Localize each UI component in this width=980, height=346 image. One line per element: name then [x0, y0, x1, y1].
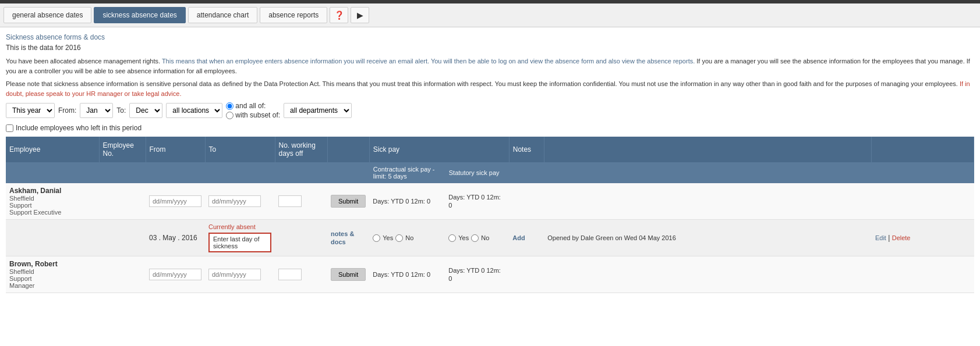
notes-docs-link[interactable]: notes & docs — [331, 230, 354, 245]
statutory-cell: Days: YTD 0 12m: 0 — [445, 183, 509, 220]
period-select[interactable]: This year Last year Custom — [6, 103, 55, 118]
actions-cell — [872, 256, 974, 293]
days-cell — [275, 183, 327, 220]
table-row: Brown, Robert Sheffield Support Manager … — [6, 256, 974, 293]
submit-cell: Submit — [327, 183, 369, 220]
statutory-text: Days: YTD 0 12m: 0 — [448, 194, 501, 209]
submit-cell: Submit — [327, 256, 369, 293]
opened-text: Opened by Dale Green on Wed 04 May 2016 — [547, 234, 676, 241]
contractual-no-radio[interactable] — [395, 234, 403, 242]
edit-link[interactable]: Edit — [875, 234, 886, 241]
to-date-input[interactable] — [208, 269, 261, 280]
th-sub-employee — [6, 162, 99, 183]
actions-cell — [872, 183, 974, 220]
th-sub-extra — [544, 162, 872, 183]
absence-table: Employee Employee No. From To No. workin… — [6, 137, 974, 293]
to-date-cell — [205, 256, 275, 293]
statutory-no-radio[interactable] — [471, 234, 479, 242]
employee-location: Sheffield — [9, 268, 95, 275]
subset-radio-group: and all of: with subset of: — [226, 102, 280, 119]
statutory-no-label: No — [481, 234, 489, 241]
employee-info: Askham, Danial Sheffield Support Support… — [6, 183, 99, 220]
employee-dept: Support — [9, 275, 95, 282]
days-input[interactable] — [278, 269, 302, 280]
extra-cell — [544, 256, 872, 293]
absent-from-cell: 03 . May . 2016 — [146, 220, 205, 256]
para1-blue1: This means that when an employee enters … — [162, 58, 429, 65]
notes-cell — [509, 256, 544, 293]
filter-bar: This year Last year Custom From: JanFebM… — [6, 102, 974, 119]
contractual-text: Days: YTD 0 12m: 0 — [373, 198, 430, 205]
enter-last-day-button[interactable]: Enter last day of sickness — [208, 233, 271, 252]
th-to: To — [205, 137, 275, 162]
from-date-input[interactable] — [149, 195, 201, 207]
to-month-select[interactable]: JanFebMarApr MayJunJulAug SepOctNovDec — [129, 103, 162, 118]
extra-cell — [544, 183, 872, 220]
absent-contractual-cell: Yes No — [369, 220, 445, 256]
th-sub-empno — [99, 162, 146, 183]
tab-general-absence[interactable]: general absence dates — [3, 7, 91, 23]
contractual-yes-label: Yes — [383, 234, 393, 241]
statutory-text: Days: YTD 0 12m: 0 — [448, 267, 501, 282]
th-employee: Employee — [6, 137, 99, 162]
include-leavers-checkbox[interactable] — [6, 124, 13, 132]
employee-location: Sheffield — [9, 195, 95, 202]
para1-blue2: You will then be able to log on and view… — [431, 58, 695, 65]
with-subset-radio[interactable]: with subset of: — [226, 111, 280, 119]
submit-button[interactable]: Submit — [331, 195, 366, 208]
departments-select[interactable]: all departments — [284, 103, 352, 118]
th-extra — [544, 137, 872, 162]
absent-opened-cell: Opened by Dale Green on Wed 04 May 2016 — [544, 220, 872, 256]
absent-to-cell: Currently absent Enter last day of sickn… — [205, 220, 275, 256]
from-month-select[interactable]: JanFebMarApr MayJunJulAug SepOctNovDec — [80, 103, 113, 118]
table-row: Askham, Danial Sheffield Support Support… — [6, 183, 974, 220]
days-input[interactable] — [278, 195, 302, 207]
tab-attendance-chart[interactable]: attendance chart — [188, 7, 257, 23]
tab-absence-reports[interactable]: absence reports — [260, 7, 327, 23]
year-text: This is the data for 2016 — [6, 44, 974, 52]
add-link[interactable]: Add — [512, 234, 525, 241]
tab-sickness-absence[interactable]: sickness absence dates — [94, 7, 185, 23]
from-date-cell — [146, 256, 205, 293]
include-row: Include employees who left in this perio… — [6, 124, 974, 132]
to-date-input[interactable] — [208, 195, 261, 207]
from-date-input[interactable] — [149, 269, 201, 280]
contractual-text: Days: YTD 0 12m: 0 — [373, 271, 430, 278]
th-contractual: Contractual sick pay - limit: 5 days — [369, 162, 445, 183]
tab-bar: general absence dates sickness absence d… — [0, 3, 980, 27]
submit-button[interactable]: Submit — [331, 268, 366, 281]
para2-red: If in doubt, please speak to your HR man… — [6, 80, 970, 97]
employee-no — [99, 183, 146, 220]
help-icon[interactable]: ❓ — [330, 7, 348, 23]
th-sub-action — [327, 162, 369, 183]
contractual-no-label: No — [405, 234, 413, 241]
contractual-yes-radio[interactable] — [373, 234, 380, 242]
notes-cell — [509, 183, 544, 220]
absent-from-date: 03 . May . 2016 — [149, 234, 197, 242]
statutory-yes-radio[interactable] — [448, 234, 456, 242]
and-all-of-radio[interactable]: and all of: — [226, 102, 280, 110]
employee-role: Manager — [9, 282, 95, 289]
para1: You have been allocated absence manageme… — [6, 56, 974, 76]
th-sickpay: Sick pay — [369, 137, 509, 162]
th-from: From — [146, 137, 205, 162]
table-row: 03 . May . 2016 Currently absent Enter l… — [6, 220, 974, 256]
forms-docs-link[interactable]: Sickness absence forms & docs — [6, 33, 974, 41]
para2: Please note that sickness absence inform… — [6, 79, 974, 98]
currently-absent-label: Currently absent — [208, 223, 271, 230]
from-label: From: — [58, 106, 76, 115]
delete-link[interactable]: Delete — [892, 234, 911, 241]
th-empno: Employee No. — [99, 137, 146, 162]
th-sub-to — [205, 162, 275, 183]
employee-name: Askham, Danial — [9, 187, 95, 195]
absent-statutory-cell: Yes No — [445, 220, 509, 256]
to-label: To: — [116, 106, 126, 115]
absent-notes-cell: Add — [509, 220, 544, 256]
locations-select[interactable]: all locations — [166, 103, 222, 118]
absent-edit-delete-cell: Edit | Delete — [872, 220, 974, 256]
th-actions-col — [872, 137, 974, 162]
main-content: Sickness absence forms & docs This is th… — [0, 27, 980, 299]
play-icon[interactable]: ▶ — [351, 7, 369, 23]
th-action — [327, 137, 369, 162]
employee-no — [99, 256, 146, 293]
